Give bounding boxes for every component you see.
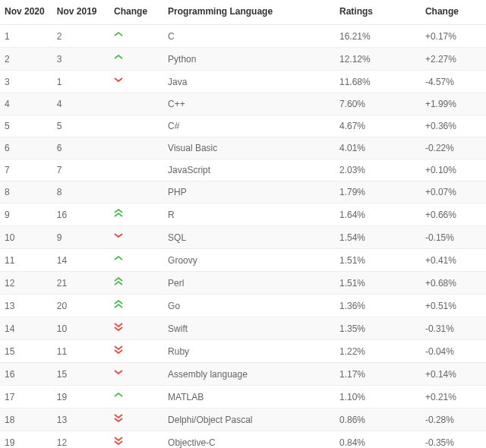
cell-change: +0.41% — [421, 249, 486, 272]
table-row: 1511Ruby1.22%-0.04% — [0, 340, 486, 363]
double-chevron-up-icon — [114, 209, 123, 218]
table-row: 1912Objective-C0.84%-0.35% — [0, 431, 486, 449]
cell-trend — [109, 159, 163, 181]
cell-trend — [109, 203, 163, 226]
table-row: 12C16.21%+0.17% — [0, 25, 486, 48]
cell-nov2019: 9 — [52, 226, 109, 249]
cell-nov2020: 11 — [0, 249, 52, 272]
cell-language: Go — [163, 295, 335, 317]
cell-nov2019: 12 — [52, 431, 109, 449]
chevron-up-icon — [114, 254, 123, 263]
table-row: 916R1.64%+0.66% — [0, 203, 486, 226]
cell-nov2020: 4 — [0, 93, 52, 115]
double-chevron-down-icon — [114, 414, 123, 423]
cell-change: +0.66% — [421, 203, 486, 226]
cell-language: C++ — [163, 93, 335, 115]
table-row: 1114Groovy1.51%+0.41% — [0, 249, 486, 272]
cell-trend — [109, 317, 163, 340]
cell-change: +0.10% — [421, 159, 486, 181]
double-chevron-down-icon — [114, 323, 123, 332]
cell-nov2019: 11 — [52, 340, 109, 363]
cell-nov2020: 19 — [0, 431, 52, 449]
cell-change: +0.17% — [421, 25, 486, 48]
cell-ratings: 4.01% — [335, 137, 421, 159]
header-change: Change — [421, 0, 486, 25]
chevron-down-icon — [114, 232, 123, 241]
cell-ratings: 1.17% — [335, 363, 421, 386]
cell-language: MATLAB — [163, 386, 335, 409]
cell-ratings: 1.10% — [335, 386, 421, 409]
cell-trend — [109, 115, 163, 137]
cell-nov2019: 20 — [52, 295, 109, 317]
table-row: 109SQL1.54%-0.15% — [0, 226, 486, 249]
cell-nov2020: 13 — [0, 295, 52, 317]
cell-trend — [109, 25, 163, 48]
cell-ratings: 1.54% — [335, 226, 421, 249]
ranking-table: Nov 2020 Nov 2019 Change Programming Lan… — [0, 0, 486, 448]
cell-trend — [109, 272, 163, 295]
cell-change: +0.21% — [421, 386, 486, 409]
double-chevron-up-icon — [114, 277, 123, 286]
cell-nov2020: 15 — [0, 340, 52, 363]
cell-language: Swift — [163, 317, 335, 340]
cell-language: Delphi/Object Pascal — [163, 409, 335, 431]
cell-language: PHP — [163, 181, 335, 203]
cell-language: Groovy — [163, 249, 335, 272]
table-row: 88PHP1.79%+0.07% — [0, 181, 486, 203]
cell-change: +0.14% — [421, 363, 486, 386]
cell-nov2019: 16 — [52, 203, 109, 226]
cell-nov2020: 9 — [0, 203, 52, 226]
table-row: 31Java11.68%-4.57% — [0, 71, 486, 93]
cell-change: -0.04% — [421, 340, 486, 363]
chevron-up-icon — [114, 391, 123, 400]
cell-trend — [109, 295, 163, 317]
cell-change: +0.07% — [421, 181, 486, 203]
cell-language: Objective-C — [163, 431, 335, 449]
cell-ratings: 1.64% — [335, 203, 421, 226]
cell-nov2019: 7 — [52, 159, 109, 181]
cell-trend — [109, 249, 163, 272]
cell-ratings: 1.35% — [335, 317, 421, 340]
cell-change: +2.27% — [421, 48, 486, 71]
cell-nov2019: 6 — [52, 137, 109, 159]
header-nov2020: Nov 2020 — [0, 0, 52, 25]
cell-change: +0.36% — [421, 115, 486, 137]
cell-ratings: 1.51% — [335, 272, 421, 295]
cell-nov2020: 7 — [0, 159, 52, 181]
cell-ratings: 1.36% — [335, 295, 421, 317]
cell-nov2020: 10 — [0, 226, 52, 249]
cell-language: R — [163, 203, 335, 226]
cell-language: Perl — [163, 272, 335, 295]
chevron-up-icon — [114, 30, 123, 39]
cell-nov2019: 1 — [52, 71, 109, 93]
cell-nov2020: 8 — [0, 181, 52, 203]
cell-ratings: 2.03% — [335, 159, 421, 181]
table-row: 1719MATLAB1.10%+0.21% — [0, 386, 486, 409]
table-row: 44C++7.60%+1.99% — [0, 93, 486, 115]
cell-ratings: 4.67% — [335, 115, 421, 137]
cell-trend — [109, 409, 163, 431]
cell-trend — [109, 340, 163, 363]
cell-language: C — [163, 25, 335, 48]
cell-trend — [109, 431, 163, 449]
header-ratings: Ratings — [335, 0, 421, 25]
cell-change: -0.31% — [421, 317, 486, 340]
cell-nov2020: 5 — [0, 115, 52, 137]
cell-change: -0.28% — [421, 409, 486, 431]
cell-nov2019: 3 — [52, 48, 109, 71]
double-chevron-down-icon — [114, 437, 123, 446]
cell-nov2020: 3 — [0, 71, 52, 93]
cell-nov2019: 15 — [52, 363, 109, 386]
table-row: 55C#4.67%+0.36% — [0, 115, 486, 137]
cell-trend — [109, 48, 163, 71]
cell-language: Ruby — [163, 340, 335, 363]
cell-nov2020: 6 — [0, 137, 52, 159]
table-row: 1320Go1.36%+0.51% — [0, 295, 486, 317]
cell-nov2020: 14 — [0, 317, 52, 340]
cell-trend — [109, 181, 163, 203]
cell-nov2019: 13 — [52, 409, 109, 431]
cell-ratings: 1.79% — [335, 181, 421, 203]
double-chevron-up-icon — [114, 300, 123, 309]
cell-change: +0.51% — [421, 295, 486, 317]
cell-ratings: 1.22% — [335, 340, 421, 363]
